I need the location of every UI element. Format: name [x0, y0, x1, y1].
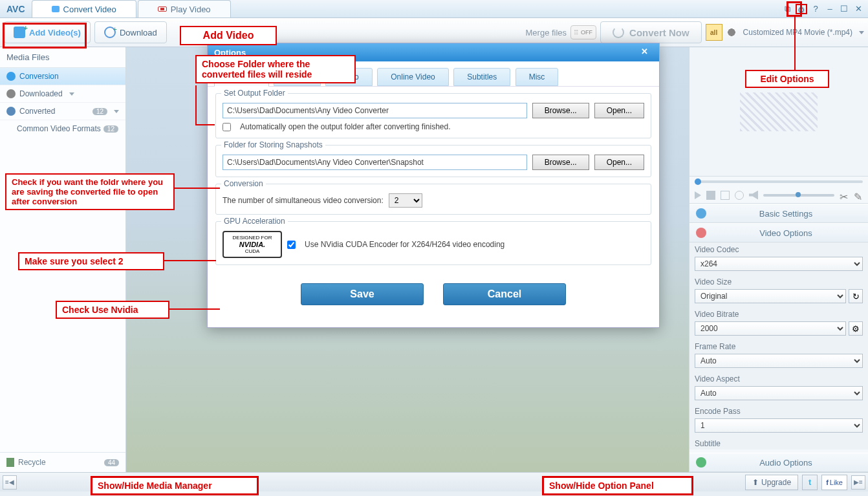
- play-icon: [158, 6, 167, 12]
- callout-nvidia: Check Use Nvidia: [56, 301, 169, 319]
- seek-slider[interactable]: [689, 177, 868, 187]
- snapshot-folder-input[interactable]: [222, 155, 527, 170]
- auto-open-checkbox[interactable]: [222, 123, 231, 131]
- encodepass-select[interactable]: 1: [695, 418, 863, 433]
- output-profile-group[interactable]: all Customized MP4 Movie (*.mp4): [706, 24, 864, 41]
- show-media-manager-button[interactable]: ≡◀: [3, 475, 17, 490]
- restore-window-icon[interactable]: ⧉: [781, 4, 793, 14]
- save-button[interactable]: Save: [301, 283, 424, 305]
- dialog-close-button[interactable]: ✕: [641, 47, 653, 58]
- plus-icon: [696, 208, 706, 219]
- facebook-like-button[interactable]: f Like: [821, 475, 847, 490]
- close-icon[interactable]: ✕: [852, 4, 864, 14]
- callout-line: [195, 124, 215, 125]
- edit-icon[interactable]: ✎: [854, 191, 863, 200]
- basic-settings-header[interactable]: Basic Settings: [689, 204, 868, 223]
- right-panel: ✂ ✎ Basic Settings Video Options Video C…: [689, 47, 868, 472]
- browse-output-button[interactable]: Browse...: [532, 103, 589, 118]
- twitter-button[interactable]: t: [802, 475, 818, 490]
- callout-add-video: Add Video: [180, 26, 277, 45]
- cut-icon[interactable]: ✂: [840, 191, 849, 200]
- size-refresh-button[interactable]: ↻: [849, 289, 863, 303]
- volume-icon[interactable]: [749, 191, 758, 200]
- convert-now-button[interactable]: Convert Now: [600, 21, 702, 43]
- size-select[interactable]: Original: [695, 289, 846, 303]
- codec-select[interactable]: x264: [695, 257, 863, 271]
- show-option-panel-button[interactable]: ▶≡: [851, 475, 865, 490]
- simultaneous-label: The number of simultaneous video convers…: [222, 196, 384, 205]
- dlg-tab-subtitles[interactable]: Subtitles: [453, 68, 510, 86]
- dialog-footer: Save Cancel: [215, 272, 651, 321]
- size-label: Video Size: [689, 275, 868, 288]
- profile-name: Customized MP4 Movie (*.mp4): [741, 28, 855, 37]
- options-dialog: Options✕ General Audio Video Online Vide…: [207, 43, 660, 328]
- merge-toggle[interactable]: ⦙⦙⦙OFF: [570, 25, 596, 39]
- callout-line: [169, 308, 220, 310]
- maximize-icon[interactable]: ☐: [838, 4, 850, 14]
- sidebar-sub-common-formats[interactable]: Common Video Formats12: [0, 120, 125, 137]
- browse-snapshot-button[interactable]: Browse...: [532, 155, 589, 170]
- stop-icon[interactable]: [706, 191, 715, 200]
- profile-all-icon: all: [706, 24, 722, 41]
- snapshot-folder-group: Folder for Storing Snapshots Browse... O…: [215, 145, 651, 177]
- dlg-tab-online-video[interactable]: Online Video: [377, 68, 449, 86]
- minimize-icon[interactable]: –: [824, 4, 836, 14]
- encodepass-label: Encode Pass: [689, 404, 868, 417]
- callout-line: [794, 17, 796, 70]
- sidebar-item-downloaded[interactable]: Downloaded: [0, 85, 125, 103]
- simultaneous-select[interactable]: 2: [389, 193, 422, 208]
- app-logo: AVC: [0, 0, 32, 17]
- play-icon[interactable]: [695, 191, 701, 199]
- bitrate-gear-button[interactable]: ⚙: [849, 321, 863, 336]
- callout-show-media: Show/Hide Media Manager: [91, 476, 259, 495]
- video-options-header[interactable]: Video Options: [689, 223, 868, 243]
- downloaded-icon: [6, 89, 16, 98]
- sidebar-header: Media Files: [0, 47, 125, 68]
- chevron-down-icon: [114, 110, 119, 113]
- film-icon: [52, 6, 60, 12]
- auto-open-label: Automatically open the output folder aft…: [240, 122, 451, 131]
- video-icon: [696, 228, 706, 238]
- subtitle-label: Subtitle: [689, 437, 868, 449]
- output-folder-group: Set Output Folder Browse... Open... Auto…: [215, 93, 651, 138]
- main-tabs: Convert Video Play Video: [32, 0, 232, 17]
- upgrade-button[interactable]: ⬆ Upgrade: [745, 475, 798, 490]
- video-options-body: Video Codec x264 Video Size Original↻ Vi…: [689, 243, 868, 449]
- gear-icon[interactable]: ⚙: [796, 4, 807, 14]
- rotate-icon[interactable]: [735, 191, 744, 200]
- audio-options-header[interactable]: Audio Options: [689, 453, 868, 472]
- framerate-select[interactable]: Auto: [695, 354, 863, 368]
- chevron-down-icon: [859, 31, 864, 34]
- cancel-button[interactable]: Cancel: [443, 283, 566, 305]
- open-snapshot-button[interactable]: Open...: [594, 155, 644, 170]
- bitrate-label: Video Bitrate: [689, 307, 868, 320]
- callout-line: [164, 260, 216, 261]
- aspect-label: Video Aspect: [689, 372, 868, 385]
- download-button[interactable]: Download: [94, 21, 167, 43]
- callout-line: [175, 188, 220, 189]
- chevron-down-icon: [69, 92, 74, 96]
- sidebar-recycle[interactable]: Recycle44: [0, 452, 125, 472]
- sidebar-item-converted[interactable]: Converted12: [0, 103, 125, 120]
- tab-convert-video[interactable]: Convert Video: [32, 0, 136, 17]
- bitrate-select[interactable]: 2000: [695, 321, 846, 336]
- film-placeholder-icon: [740, 92, 818, 131]
- volume-slider[interactable]: [763, 194, 834, 197]
- output-folder-input[interactable]: [222, 103, 527, 118]
- help-icon[interactable]: ?: [810, 4, 821, 14]
- sidebar-item-conversion[interactable]: Conversion: [0, 68, 125, 85]
- dlg-tab-misc[interactable]: Misc: [515, 68, 559, 86]
- camera-icon[interactable]: [721, 191, 730, 200]
- titlebar: AVC Convert Video Play Video ⧉ ⚙ ? – ☐ ✕: [0, 0, 868, 18]
- convert-icon: [613, 27, 624, 38]
- open-output-button[interactable]: Open...: [594, 103, 644, 118]
- merge-files-group: Merge files ⦙⦙⦙OFF: [526, 25, 597, 39]
- profile-gear-icon: [725, 26, 738, 39]
- conversion-group: Conversion The number of simultaneous vi…: [215, 184, 651, 215]
- callout-choose-folder: Choose Folder where the converted files …: [195, 55, 356, 83]
- aspect-select[interactable]: Auto: [695, 386, 863, 400]
- use-nvidia-checkbox[interactable]: [287, 241, 296, 249]
- add-videos-button[interactable]: Add Video(s): [4, 21, 91, 43]
- tab-play-video[interactable]: Play Video: [138, 0, 231, 17]
- callout-show-option: Show/Hide Option Panel: [542, 476, 693, 495]
